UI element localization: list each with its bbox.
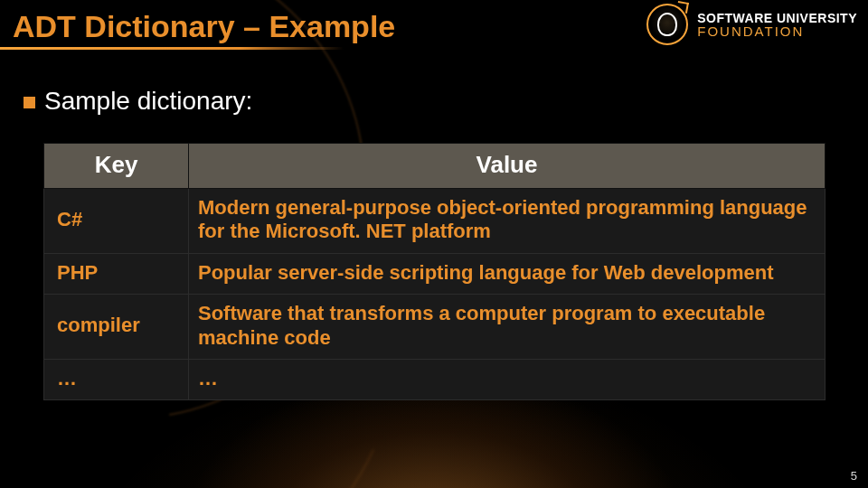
brand-logo: SOFTWARE UNIVERSITY FOUNDATION: [646, 4, 857, 45]
cell-key: PHP: [44, 253, 189, 294]
cell-key: C#: [44, 189, 189, 254]
table-header-value: Value: [189, 144, 826, 189]
cell-key: …: [44, 359, 189, 399]
dictionary-table: Key Value C# Modern general-purpose obje…: [43, 143, 826, 400]
logo-text-line2: FOUNDATION: [697, 24, 857, 38]
lightbulb-icon: [646, 4, 688, 45]
table-row: PHP Popular server-side scripting langua…: [44, 253, 826, 294]
table-row: C# Modern general-purpose object-oriente…: [44, 189, 826, 254]
title-underline: [0, 47, 344, 50]
subtitle: Sample dictionary:: [24, 87, 252, 116]
cell-key: compiler: [44, 295, 189, 360]
logo-text-line1: SOFTWARE UNIVERSITY: [697, 12, 857, 24]
cell-value: Popular server-side scripting language f…: [189, 253, 826, 294]
page-number: 5: [851, 469, 857, 483]
bullet-icon: [24, 97, 35, 108]
table-row: … …: [44, 359, 826, 399]
slide-title: ADT Dictionary – Example: [13, 9, 395, 44]
cell-value: Modern general-purpose object-oriented p…: [189, 189, 826, 254]
cell-value: Software that transforms a computer prog…: [189, 295, 826, 360]
table-row: compiler Software that transforms a comp…: [44, 295, 826, 360]
subtitle-text: Sample dictionary:: [44, 87, 252, 116]
table-header-key: Key: [44, 144, 189, 189]
cell-value: …: [189, 359, 826, 399]
